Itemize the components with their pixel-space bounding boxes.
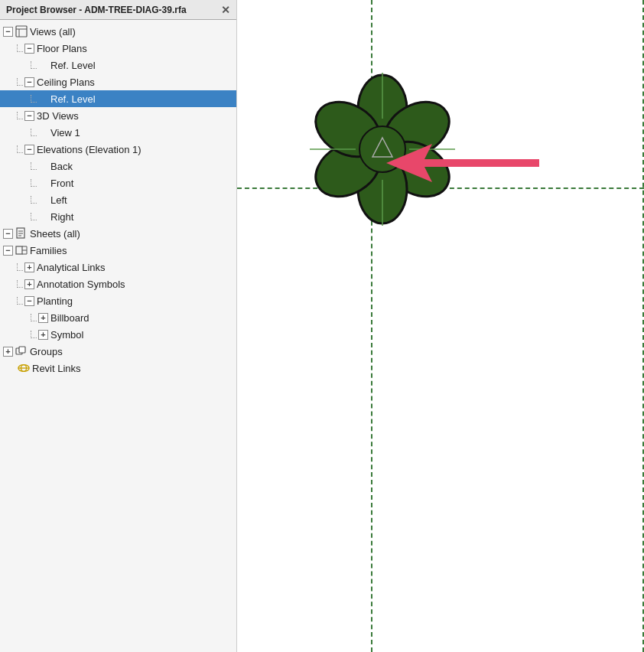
expander-elevations[interactable]: −	[24, 145, 34, 155]
families-label: Families	[30, 245, 67, 256]
canvas-area	[237, 0, 644, 652]
expander-groups[interactable]: +	[3, 347, 13, 357]
project-browser: Project Browser - ADM-TREE-DIAG-39.rfa ✕…	[0, 0, 237, 652]
view-1-label: View 1	[50, 127, 80, 139]
expander-analytical-links[interactable]: +	[24, 262, 34, 272]
expander-families[interactable]: −	[3, 246, 13, 256]
expander-floor-plans[interactable]: −	[24, 44, 34, 54]
left-label: Left	[50, 194, 67, 206]
tree-item-front[interactable]: Front	[0, 174, 236, 191]
analytical-links-label: Analytical Links	[37, 262, 106, 273]
tree-item-right[interactable]: Right	[0, 208, 236, 225]
back-label: Back	[50, 161, 73, 172]
front-label: Front	[50, 178, 73, 189]
tree-item-view-1[interactable]: View 1	[0, 124, 236, 141]
svg-rect-10	[19, 347, 25, 353]
tree-item-annotation-symbols[interactable]: + Annotation Symbols	[0, 275, 236, 292]
tree-item-sheets-all[interactable]: − Sheets (all)	[0, 225, 236, 242]
groups-icon	[15, 345, 28, 357]
tree-item-views-all[interactable]: − Views (all)	[0, 23, 236, 40]
3d-views-label: 3D Views	[37, 110, 79, 122]
views-all-label: Views (all)	[30, 26, 76, 37]
tree-item-groups[interactable]: + Groups	[0, 343, 236, 360]
views-icon	[15, 25, 28, 37]
planting-label: Planting	[37, 295, 73, 307]
ref-level-1-label: Ref. Level	[50, 60, 96, 71]
tree-item-ceiling-plans[interactable]: − Ceiling Plans	[0, 73, 236, 90]
tree-container: − Views (all) − Floor Plans Ref. Level	[0, 20, 236, 652]
expander-ceiling-plans[interactable]: −	[24, 77, 34, 87]
expander-planting[interactable]: −	[24, 296, 34, 306]
tree-item-analytical-links[interactable]: + Analytical Links	[0, 259, 236, 275]
expander-3d-views[interactable]: −	[24, 111, 34, 121]
tree-item-symbol[interactable]: + Symbol	[0, 326, 236, 343]
panel-title-bar: Project Browser - ADM-TREE-DIAG-39.rfa ✕	[0, 0, 236, 20]
revit-links-icon	[18, 362, 30, 374]
expander-sheets-all[interactable]: −	[3, 229, 13, 239]
right-label: Right	[50, 211, 73, 223]
tree-item-ref-level-2[interactable]: Ref. Level	[0, 90, 236, 107]
tree-item-billboard[interactable]: + Billboard	[0, 309, 236, 326]
elevations-label: Elevations (Elevation 1)	[37, 144, 141, 155]
tree-item-planting[interactable]: − Planting	[0, 292, 236, 309]
sheets-icon	[15, 227, 28, 240]
svg-marker-26	[386, 144, 539, 182]
expander-views-all[interactable]: −	[3, 27, 13, 37]
ceiling-plans-label: Ceiling Plans	[37, 77, 95, 88]
sheets-all-label: Sheets (all)	[30, 228, 80, 240]
expander-annotation-symbols[interactable]: +	[24, 279, 34, 289]
tree-item-left[interactable]: Left	[0, 191, 236, 208]
groups-label: Groups	[30, 346, 63, 357]
tree-item-elevations[interactable]: − Elevations (Elevation 1)	[0, 141, 236, 158]
floor-plans-label: Floor Plans	[37, 43, 87, 54]
tree-item-3d-views[interactable]: − 3D Views	[0, 107, 236, 124]
billboard-label: Billboard	[50, 312, 89, 324]
tree-item-revit-links[interactable]: Revit Links	[0, 360, 236, 377]
tree-item-back[interactable]: Back	[0, 158, 236, 174]
tree-item-ref-level-1[interactable]: Ref. Level	[0, 57, 236, 73]
families-icon	[15, 244, 28, 256]
pink-arrow	[386, 140, 539, 188]
tree-item-floor-plans[interactable]: − Floor Plans	[0, 40, 236, 57]
symbol-label: Symbol	[50, 329, 83, 341]
svg-rect-0	[16, 26, 27, 37]
tree-item-families[interactable]: − Families	[0, 242, 236, 259]
expander-billboard[interactable]: +	[38, 313, 48, 323]
close-button[interactable]: ✕	[221, 5, 230, 15]
expander-symbol[interactable]: +	[38, 330, 48, 340]
revit-links-label: Revit Links	[32, 363, 81, 374]
panel-title-text: Project Browser - ADM-TREE-DIAG-39.rfa	[6, 5, 187, 15]
svg-rect-7	[16, 246, 22, 254]
ref-level-2-label: Ref. Level	[50, 93, 96, 105]
annotation-symbols-label: Annotation Symbols	[37, 279, 125, 290]
